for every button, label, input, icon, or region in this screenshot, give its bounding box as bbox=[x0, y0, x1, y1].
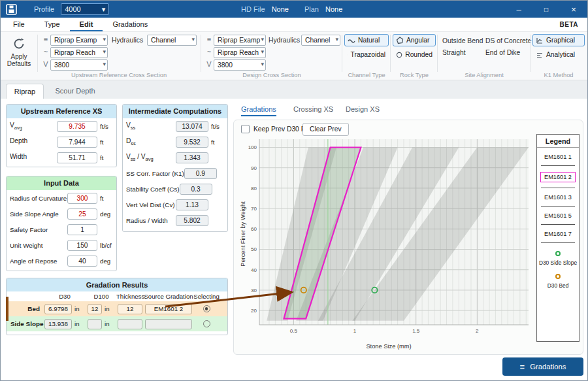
width-row: Width 51.71 ft bbox=[7, 150, 116, 165]
design-reach-select[interactable]: Riprap Reach▾ bbox=[214, 47, 266, 58]
hd-file-value: None bbox=[272, 5, 289, 13]
menu-edit[interactable]: Edit bbox=[70, 18, 103, 31]
svg-text:90: 90 bbox=[251, 165, 257, 171]
upstream-reference-xs-panel: Upstream Reference XS Vavg 9.735 ft/s De… bbox=[6, 104, 117, 167]
channel-natural-option[interactable]: Natural bbox=[344, 34, 389, 46]
k1-graphical-option[interactable]: Graphical bbox=[532, 34, 585, 46]
chevron-down-icon: ▾ bbox=[103, 36, 106, 42]
upstream-station-select[interactable]: 3800▾ bbox=[50, 59, 108, 71]
cross-section-icon: V bbox=[42, 60, 50, 68]
k1-analytical-option[interactable]: Analytical bbox=[532, 48, 585, 61]
upstream-reach-select[interactable]: Riprap Reach▾ bbox=[50, 47, 108, 58]
upstream-hydraulics-select[interactable]: Channel▾ bbox=[147, 35, 197, 46]
close-button[interactable]: × bbox=[560, 1, 587, 18]
profile-label: Profile bbox=[34, 5, 54, 13]
svg-text:2: 2 bbox=[476, 328, 479, 334]
design-station-select[interactable]: 3800▾ bbox=[214, 59, 266, 71]
legend-item-em1601-3[interactable]: EM1601 3 bbox=[537, 188, 579, 207]
panel-title: Gradation Results bbox=[7, 278, 227, 291]
upstream-xs-group: ≡ Riprap Examp▾ Hydraulics Channel▾ ~ Ri… bbox=[39, 32, 199, 80]
bed-label: Bed bbox=[10, 305, 43, 312]
hexagon-icon bbox=[396, 37, 404, 44]
menu-gradations[interactable]: Gradations bbox=[103, 18, 157, 31]
alignment-end-of-dike[interactable]: End of Dike bbox=[485, 49, 520, 56]
alignment-straight[interactable]: Straight bbox=[442, 49, 466, 56]
menu-type[interactable]: Type bbox=[35, 18, 70, 31]
channel-type-label: Channel Type bbox=[343, 72, 390, 78]
side-slope-selecting-radio[interactable] bbox=[203, 320, 210, 327]
hydraulics-label: Hydraulics bbox=[112, 35, 143, 46]
refresh-icon bbox=[12, 37, 26, 51]
legend-item-em1601-1[interactable]: EM1601 1 bbox=[537, 148, 579, 166]
tab-crossing-xs[interactable]: Crossing XS bbox=[293, 105, 333, 115]
list-icon: ≡ bbox=[205, 35, 213, 43]
svg-text:50: 50 bbox=[251, 246, 257, 252]
k1-method-label: K1 Method bbox=[531, 72, 586, 78]
legend-item-d30-side-slope: D30 Side Slope bbox=[537, 250, 579, 266]
ribbon: Apply Defaults ≡ Riprap Examp▾ Hydraulic… bbox=[1, 32, 587, 80]
tab-design-xs[interactable]: Design XS bbox=[346, 105, 380, 115]
tab-gradations[interactable]: Gradations bbox=[241, 105, 276, 116]
minimize-button[interactable]: – bbox=[505, 1, 532, 18]
y-axis-label: Percent Finer by Weight bbox=[240, 185, 246, 283]
unit-weight-field[interactable]: 150 bbox=[67, 240, 97, 251]
safety-factor-row: Safety Factor 1 bbox=[7, 222, 116, 237]
legend-item-em1601-2[interactable]: EM1601 2 bbox=[537, 166, 579, 188]
apply-defaults-label: Apply Defaults bbox=[2, 53, 36, 67]
maximize-button[interactable]: □ bbox=[532, 1, 560, 18]
dss-value: 9.532 bbox=[176, 137, 208, 148]
apply-defaults-button[interactable]: Apply Defaults bbox=[2, 32, 36, 80]
design-example-select[interactable]: Riprap Examp▾ bbox=[214, 35, 266, 46]
angle-of-repose-field[interactable]: 40 bbox=[67, 256, 97, 267]
alignment-outside-bend[interactable]: Outside Bend bbox=[442, 37, 483, 44]
row-label: Depth bbox=[10, 137, 57, 146]
alignment-ds-of-concrete[interactable]: DS of Concrete bbox=[485, 37, 531, 44]
svg-text:1: 1 bbox=[353, 328, 357, 334]
chevron-down-icon: ▾ bbox=[261, 48, 264, 55]
depth-field[interactable]: 7.944 bbox=[57, 137, 97, 148]
chevron-down-icon: ▾ bbox=[261, 36, 264, 42]
gradations-button[interactable]: ≡ Gradations bbox=[502, 357, 583, 376]
plan-value: None bbox=[325, 5, 342, 13]
vert-vel-dist-value: 1.13 bbox=[176, 199, 208, 210]
legend-title: Legend bbox=[537, 135, 579, 148]
rock-rounded-option[interactable]: Rounded bbox=[393, 48, 436, 61]
bed-selecting-radio[interactable] bbox=[203, 305, 210, 312]
svg-text:70: 70 bbox=[251, 206, 257, 212]
legend-item-em1601-5[interactable]: EM1601 5 bbox=[537, 207, 579, 225]
legend-item-em1601-7[interactable]: EM1601 7 bbox=[537, 225, 579, 243]
channel-trapazoidal-option[interactable]: Trapazoidal bbox=[344, 48, 389, 61]
tab-riprap[interactable]: Riprap bbox=[6, 84, 44, 99]
design-hydraulics-select[interactable]: Channel▾ bbox=[301, 35, 340, 46]
chevron-down-icon: ▾ bbox=[335, 36, 338, 42]
keep-prev-checkbox[interactable] bbox=[241, 125, 250, 133]
input-data-panel: Input Data Radius of Curvature 300 ft Si… bbox=[6, 176, 117, 271]
upstream-example-select[interactable]: Riprap Examp▾ bbox=[50, 35, 108, 46]
radius-of-curvature-row: Radius of Curvature 300 ft bbox=[7, 190, 116, 206]
unit-weight-row: Unit Weight 150 lb/cf bbox=[7, 237, 116, 253]
panel-title: Upstream Reference XS bbox=[7, 105, 116, 118]
side-slope-angle-field[interactable]: 25 bbox=[67, 208, 97, 220]
wave-icon bbox=[348, 37, 355, 44]
vavg-field[interactable]: 9.735 bbox=[57, 121, 97, 132]
vss-ratio-value: 1.343 bbox=[176, 152, 208, 163]
app-icon[interactable] bbox=[6, 4, 17, 15]
width-field[interactable]: 51.71 bbox=[57, 152, 97, 163]
hamburger-icon: ≡ bbox=[520, 362, 525, 372]
col-source-gradation: Source Gradation bbox=[144, 293, 193, 300]
clear-prev-button[interactable]: Clear Prev bbox=[302, 123, 349, 136]
chevron-down-icon: ▾ bbox=[261, 61, 264, 67]
side-slope-angle-row: Side Slope Angle 25 deg bbox=[7, 206, 116, 222]
safety-factor-field[interactable]: 1 bbox=[67, 224, 97, 235]
profile-select[interactable]: 4000 ▾ bbox=[61, 3, 109, 15]
panel-title: Intermediate Computations bbox=[123, 105, 227, 118]
rock-type-group: Angular Rounded Rock Type bbox=[391, 32, 437, 80]
radius-field[interactable]: 300 bbox=[67, 193, 97, 204]
rock-angular-option[interactable]: Angular bbox=[393, 34, 436, 46]
tab-scour-depth[interactable]: Scour Depth bbox=[48, 84, 103, 99]
vss-row: Vss 13.074 ft/s bbox=[123, 118, 227, 134]
menu-file[interactable]: File bbox=[3, 18, 35, 31]
svg-text:60: 60 bbox=[251, 226, 257, 232]
hydraulics-label: Hydraulics bbox=[269, 35, 300, 46]
bed-thickness-value: 12 bbox=[118, 304, 142, 314]
